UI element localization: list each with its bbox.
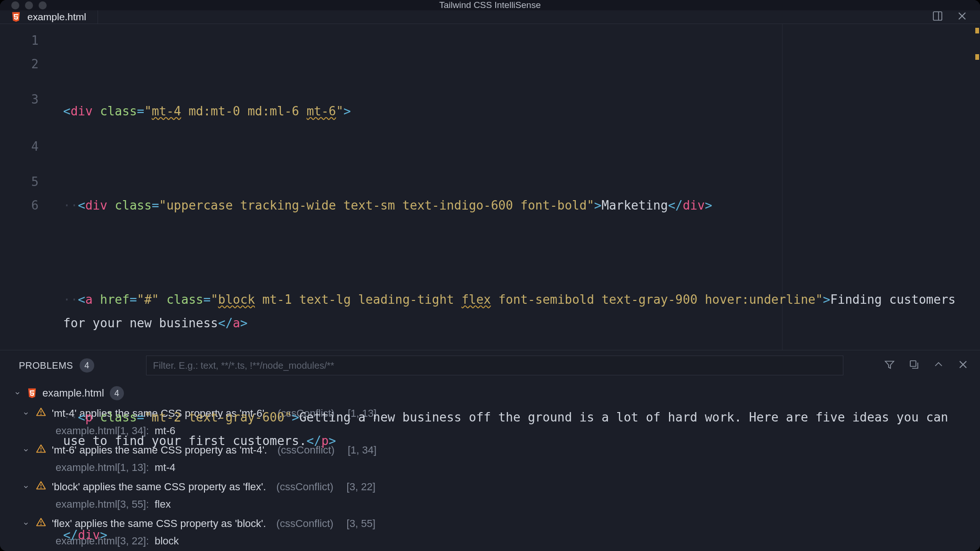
line-number: 3 [0, 76, 39, 123]
line-number-gutter: 1 2 3 4 5 6 [0, 29, 52, 350]
tab-actions [932, 10, 980, 24]
svg-point-14 [41, 524, 41, 525]
chevron-down-icon[interactable] [22, 446, 30, 454]
chevron-down-icon[interactable] [13, 389, 22, 397]
warning-icon [36, 480, 46, 494]
zoom-window-button[interactable] [39, 1, 47, 9]
code-line[interactable]: ··<p class="mt-2 text-gray-600">Getting … [63, 405, 980, 453]
code-editor[interactable]: 1 2 3 4 5 6 <div class="mt-4 md:mt-0 md:… [0, 24, 980, 350]
code-line[interactable]: ··<div class="uppercase tracking-wide te… [63, 194, 980, 217]
svg-point-8 [41, 413, 41, 414]
titlebar: Tailwind CSS IntelliSense [0, 0, 980, 10]
editor-window: Tailwind CSS IntelliSense example.html 1 [0, 0, 980, 551]
minimize-window-button[interactable] [25, 1, 33, 9]
close-window-button[interactable] [11, 1, 19, 9]
code-line[interactable]: <div class="mt-4 md:mt-0 md:ml-6 mt-6"> [63, 99, 980, 123]
chevron-down-icon[interactable] [22, 483, 30, 491]
warning-icon [36, 407, 46, 420]
line-number: 4 [0, 123, 39, 170]
tab-example-html[interactable]: example.html [0, 10, 98, 24]
window-controls [0, 1, 47, 9]
line-number: 2 [0, 52, 39, 76]
split-editor-icon[interactable] [932, 10, 943, 24]
html-file-icon [27, 388, 37, 398]
warning-icon [36, 517, 46, 530]
warning-icon [36, 444, 46, 457]
code-content[interactable]: <div class="mt-4 md:mt-0 md:ml-6 mt-6"> … [52, 29, 980, 350]
tab-filename: example.html [27, 11, 86, 23]
code-line[interactable]: ··<a href="#" class="block mt-1 text-lg … [63, 288, 980, 335]
line-number: 6 [0, 194, 39, 217]
html-file-icon [11, 12, 21, 22]
svg-point-10 [41, 450, 41, 451]
svg-point-12 [41, 487, 41, 488]
chevron-down-icon[interactable] [22, 519, 30, 528]
window-title: Tailwind CSS IntelliSense [439, 0, 540, 10]
close-tab-icon[interactable] [956, 10, 968, 24]
svg-rect-0 [933, 12, 942, 20]
code-line[interactable]: </div> [63, 523, 980, 547]
chevron-down-icon[interactable] [22, 409, 30, 418]
line-number: 5 [0, 170, 39, 194]
line-number: 1 [0, 29, 39, 52]
tab-bar: example.html [0, 10, 980, 24]
